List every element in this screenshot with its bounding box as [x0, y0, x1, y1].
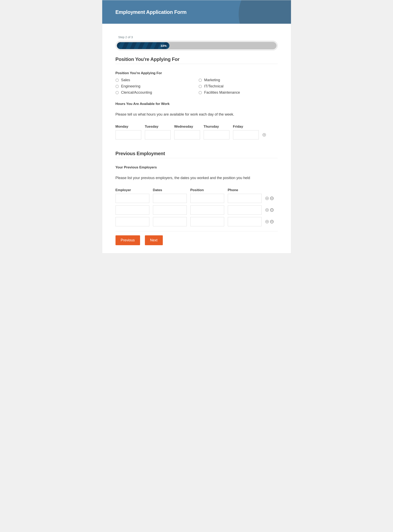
emp-input-dates[interactable] [153, 194, 187, 203]
radio-option-engineering[interactable]: Engineering [116, 84, 195, 88]
emp-input-employer[interactable] [116, 217, 149, 226]
remove-row-icon[interactable] [270, 208, 274, 212]
radio-option-marketing[interactable]: Marketing [199, 78, 278, 82]
hours-input-thursday[interactable] [204, 130, 229, 139]
radio-label: Engineering [121, 84, 140, 88]
hours-col-wednesday: Wednesday [174, 125, 200, 129]
radio-label: Marketing [204, 78, 220, 82]
previous-employers-help-text: Please list your previous employers, the… [116, 176, 278, 180]
add-row-icon[interactable] [262, 133, 266, 137]
step-indicator: Step 2 of 3 [118, 35, 278, 39]
hours-help-text: Please tell us what hours you are availa… [116, 112, 278, 117]
next-button[interactable]: Next [145, 235, 163, 245]
employers-table-row [116, 194, 278, 203]
hours-col-thursday: Thursday [204, 125, 229, 129]
progress-percent-label: 33% [161, 44, 167, 48]
radio-label: Facilities Maintenance [204, 91, 240, 95]
hours-input-friday[interactable] [233, 130, 259, 139]
section-divider [116, 158, 278, 158]
radio-icon [199, 85, 202, 88]
form-title: Employment Application Form [116, 9, 187, 15]
hours-input-monday[interactable] [116, 130, 141, 139]
hours-input-tuesday[interactable] [145, 130, 171, 139]
emp-col-position: Position [190, 188, 224, 192]
emp-col-dates: Dates [153, 188, 187, 192]
emp-input-phone[interactable] [228, 217, 262, 226]
form-header: Employment Application Form [102, 0, 291, 24]
section-divider [116, 64, 278, 64]
radio-icon [116, 85, 119, 88]
emp-col-phone: Phone [228, 188, 262, 192]
form-body: Step 2 of 3 33% Position You're Applying… [102, 24, 291, 253]
section-heading-position: Position You're Applying For [116, 57, 278, 62]
section-heading-previous-employment: Previous Employment [116, 151, 278, 156]
add-row-icon[interactable] [265, 220, 269, 224]
emp-input-position[interactable] [190, 217, 224, 226]
emp-input-phone[interactable] [228, 194, 262, 203]
emp-input-employer[interactable] [116, 205, 149, 215]
hours-col-tuesday: Tuesday [145, 125, 171, 129]
emp-input-phone[interactable] [228, 205, 262, 215]
button-divider [116, 231, 278, 231]
progress-fill: 33% [117, 42, 169, 49]
previous-employers-label: Your Previous Employers [116, 165, 278, 169]
radio-label: Clerical/Accounting [121, 91, 152, 95]
hours-table-header: Monday Tuesday Wednesday Thursday Friday [116, 125, 278, 129]
progress-track: 33% [117, 42, 276, 49]
radio-label: Sales [121, 78, 130, 82]
position-options: Sales Marketing Engineering IT/Technical… [116, 78, 278, 95]
radio-option-facilities-maintenance[interactable]: Facilities Maintenance [199, 91, 278, 95]
radio-label: IT/Technical [204, 84, 224, 88]
progress-bar: 33% [116, 41, 278, 50]
radio-icon [199, 91, 202, 94]
radio-icon [116, 79, 119, 82]
hours-table-row [116, 130, 278, 139]
radio-icon [116, 91, 119, 94]
radio-option-clerical-accounting[interactable]: Clerical/Accounting [116, 91, 195, 95]
previous-button[interactable]: Previous [116, 235, 140, 245]
hours-label: Hours You Are Available for Work [116, 102, 278, 106]
employers-table-header: Employer Dates Position Phone [116, 188, 278, 192]
hours-input-wednesday[interactable] [174, 130, 200, 139]
radio-icon [199, 79, 202, 82]
form-nav-buttons: Previous Next [116, 235, 278, 245]
employers-table-row [116, 217, 278, 226]
radio-option-it-technical[interactable]: IT/Technical [199, 84, 278, 88]
remove-row-icon[interactable] [270, 197, 274, 200]
remove-row-icon[interactable] [270, 220, 274, 224]
add-row-icon[interactable] [265, 197, 269, 200]
hours-col-monday: Monday [116, 125, 141, 129]
emp-input-employer[interactable] [116, 194, 149, 203]
emp-input-dates[interactable] [153, 217, 187, 226]
emp-input-position[interactable] [190, 205, 224, 215]
emp-col-employer: Employer [116, 188, 149, 192]
position-question-label: Position You're Applying For [116, 71, 278, 75]
employers-table-row [116, 205, 278, 215]
add-row-icon[interactable] [265, 208, 269, 212]
hours-col-friday: Friday [233, 125, 259, 129]
radio-option-sales[interactable]: Sales [116, 78, 195, 82]
header-decoration [239, 0, 291, 24]
form-page: Employment Application Form Step 2 of 3 … [102, 0, 291, 254]
emp-input-position[interactable] [190, 194, 224, 203]
emp-input-dates[interactable] [153, 205, 187, 215]
